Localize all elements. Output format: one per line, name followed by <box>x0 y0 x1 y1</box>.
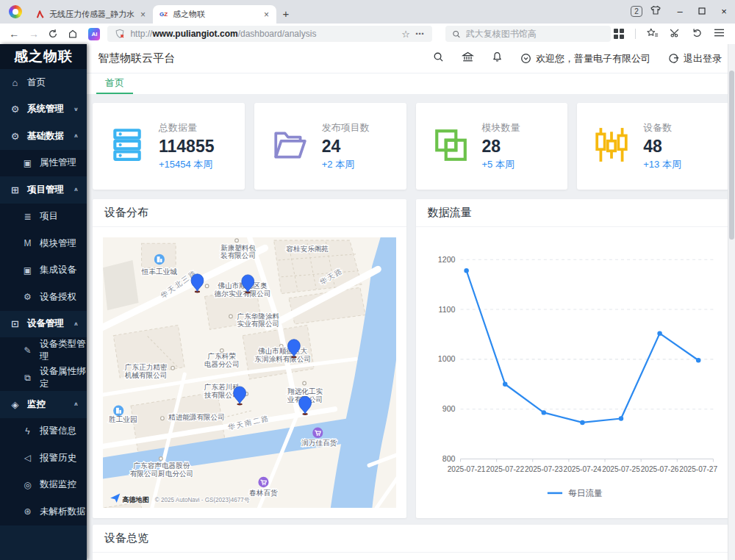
ai-assistant-icon[interactable]: AI <box>88 28 100 40</box>
chart-xtick-label: 2025-07-24 <box>563 465 601 473</box>
sidebar-item-device-auth[interactable]: ⚙设备授权 <box>0 284 87 311</box>
bank-icon[interactable] <box>462 51 474 65</box>
device-icon: ▣ <box>22 265 33 276</box>
device-distribution-panel: 设备分布 <box>93 199 406 518</box>
sidebar-item-device-manage[interactable]: ⊡设备管理∧ <box>0 311 87 338</box>
url-host: www.puliangiot.com <box>152 29 237 39</box>
amap-map[interactable]: 新康塑料包装有限公司容桂安乐阁苑恒丰工业城佛山市顺德区奥德尔实业有限公司广东华隆… <box>103 237 396 508</box>
map-place-label: 广东华隆涂料 <box>237 312 280 320</box>
map-place-label: 德尔实业有限公司 <box>214 290 271 298</box>
chart-xtick-label: 2025-07-26 <box>640 465 678 473</box>
sidebar-item-project[interactable]: ≣项目 <box>0 204 87 231</box>
sidebar-item-device-type-manage[interactable]: ✎设备类型管理 <box>0 337 87 365</box>
screenshot-scissors-icon[interactable] <box>670 27 681 41</box>
stat-value: 48 <box>643 137 681 156</box>
app-header: 智慧物联云平台 欢迎您，普量电子有限公司 退出登录 <box>87 44 735 73</box>
chart-point <box>580 420 584 425</box>
map-place-label: 装有限公司 <box>220 251 256 259</box>
menu-icon[interactable] <box>714 27 725 40</box>
puliang-logo-icon <box>35 10 45 19</box>
home-icon[interactable] <box>65 29 82 39</box>
refresh-icon[interactable] <box>45 29 62 39</box>
chevron-up-icon: ∧ <box>74 187 79 193</box>
maximize-button[interactable] <box>691 6 713 24</box>
sidebar-item-monitor[interactable]: ◈监控∧ <box>0 391 87 418</box>
user-menu[interactable]: 欢迎您，普量电子有限公司 <box>520 52 650 65</box>
minimize-button[interactable]: – <box>669 6 691 24</box>
page-tabstrip: 首页 <box>87 73 735 94</box>
page-title: 智慧物联云平台 <box>98 51 175 65</box>
new-tab-button[interactable]: + <box>276 5 295 24</box>
sidebar-item-system-manage[interactable]: ⚙系统管理∨ <box>0 96 87 123</box>
search-input[interactable] <box>466 29 604 39</box>
stat-value: 114855 <box>159 137 214 156</box>
modules-icon <box>432 126 469 166</box>
sidebar-item-module-manage[interactable]: M模块管理 <box>0 230 87 257</box>
chart-xtick-label: 2025-07-25 <box>602 465 640 473</box>
grid-icon: ⊞ <box>10 184 21 195</box>
window-count-badge[interactable]: 2 <box>631 6 642 17</box>
browser-search-box[interactable] <box>445 26 611 42</box>
browser-tab-1[interactable]: GZ感之物联× <box>153 5 276 24</box>
back-icon[interactable]: ← <box>6 28 23 40</box>
chart-xtick-label: 2025-07-21 <box>447 465 485 473</box>
sidebar-item-alarm-info[interactable]: ϟ报警信息 <box>0 418 87 445</box>
theme-skin-icon[interactable] <box>650 5 662 18</box>
chart-ytick-label: 1100 <box>438 305 455 314</box>
tab-title: 感之物联 <box>173 9 258 20</box>
map-poi-dot <box>161 417 165 420</box>
sidebar-item-label: 设备属性绑定 <box>40 365 87 390</box>
map-place-label: 佛山市顺德区大 <box>257 347 307 355</box>
sidebar-item-base-data[interactable]: ⚙基础数据∧ <box>0 123 87 150</box>
folder-open-icon <box>270 126 309 166</box>
browser-tab-0[interactable]: 无线压力传感器_静力水准仪_× <box>29 5 153 24</box>
apps-grid-icon[interactable] <box>614 29 624 39</box>
tab-home[interactable]: 首页 <box>96 73 133 94</box>
sidebar-item-data-monitor[interactable]: ◎数据监控 <box>0 472 87 499</box>
bookmark-star-icon[interactable]: ☆ <box>401 29 410 40</box>
forward-icon[interactable]: → <box>26 28 43 40</box>
shield-insecure-icon <box>115 29 125 39</box>
undo-icon[interactable] <box>692 27 703 41</box>
more-dots-icon[interactable]: ⋯ <box>415 29 425 39</box>
logout-button[interactable]: 退出登录 <box>668 52 722 65</box>
chart-legend-item[interactable]: 每日流量 <box>547 488 602 498</box>
map-canvas[interactable]: 新康塑料包装有限公司容桂安乐阁苑恒丰工业城佛山市顺德区奥德尔实业有限公司广东华隆… <box>103 237 396 508</box>
map-place-label: 有限公司厨电分公司 <box>130 470 193 478</box>
chart-point <box>502 382 506 387</box>
favorites-icon[interactable] <box>647 27 659 41</box>
stat-card-device-count: 设备数48+13 本周 <box>577 103 729 190</box>
address-bar[interactable]: http://www.puliangiot.com/dashboard/anal… <box>107 26 432 42</box>
user-circle-icon <box>520 53 531 64</box>
sidebar: 感之物联 ⌂首页⚙系统管理∨⚙基础数据∧▣属性管理⊞项目管理∧≣项目M模块管理▣… <box>0 44 87 560</box>
bell-icon[interactable] <box>492 51 503 65</box>
url-scheme: http:// <box>130 29 152 39</box>
sidebar-item-alarm-history[interactable]: ◁报警历史 <box>0 445 87 472</box>
stat-card-text: 设备数48+13 本周 <box>643 121 681 171</box>
sidebar-item-label: 集成设备 <box>40 264 76 276</box>
map-attribution: © 2025 AutoNavi - GS(2023)4677号 <box>155 497 250 503</box>
pen-icon: ✎ <box>22 345 33 356</box>
map-place-label: 新康塑料包 <box>220 243 256 251</box>
amap-logo-text: 高德地图 <box>122 495 148 503</box>
sidebar-item-project-manage[interactable]: ⊞项目管理∧ <box>0 176 87 204</box>
sidebar-item-attribute-manage[interactable]: ▣属性管理 <box>0 150 87 177</box>
tab-close-icon[interactable]: × <box>139 10 147 20</box>
search-icon[interactable] <box>433 51 444 65</box>
map-building-icon <box>154 254 165 265</box>
chart-ytick-label: 1200 <box>437 255 455 264</box>
history-icon: ◁ <box>22 453 33 463</box>
close-button[interactable]: × <box>713 6 735 24</box>
sidebar-item-label: 模块管理 <box>40 237 76 250</box>
page-scrollbar[interactable] <box>728 44 735 560</box>
map-shop-icon <box>258 477 268 487</box>
sidebar-item-integrated-device[interactable]: ▣集成设备 <box>0 257 87 284</box>
attr-icon: ▣ <box>22 158 33 168</box>
welcome-text: 欢迎您，普量电子有限公司 <box>536 52 650 65</box>
sidebar-item-unparsed-data[interactable]: ⊛未解析数据 <box>0 498 87 525</box>
browser-logo-icon[interactable] <box>9 5 22 18</box>
sidebar-item-device-attr-bind[interactable]: ⧉设备属性绑定 <box>0 365 87 392</box>
scrollbar-thumb[interactable] <box>729 71 734 240</box>
sidebar-item-home[interactable]: ⌂首页 <box>0 69 87 96</box>
tab-close-icon[interactable]: × <box>262 10 270 20</box>
